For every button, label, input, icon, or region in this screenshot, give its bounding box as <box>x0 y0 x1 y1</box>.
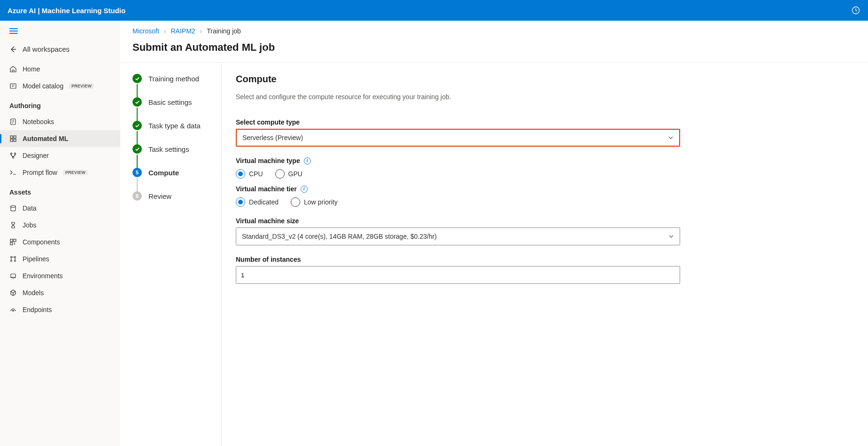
breadcrumb-current: Training job <box>207 27 241 35</box>
designer-icon <box>9 152 17 159</box>
svg-point-14 <box>11 257 12 258</box>
svg-rect-1 <box>10 84 16 88</box>
sidebar-item-environments[interactable]: Environments <box>0 267 120 284</box>
field-label: Select compute type <box>236 118 680 126</box>
step-number-icon: 5 <box>132 168 142 177</box>
step-number-icon: 6 <box>132 191 142 201</box>
sidebar-item-pipelines[interactable]: Pipelines <box>0 250 120 267</box>
sidebar-item-label: Designer <box>23 152 49 159</box>
sidebar-item-models[interactable]: Models <box>0 284 120 301</box>
radio-label: GPU <box>288 170 302 178</box>
catalog-icon <box>9 82 17 90</box>
sidebar-item-label: Model catalog <box>23 82 63 90</box>
sidebar-item-prompt-flow[interactable]: Prompt flow PREVIEW <box>0 164 120 181</box>
field-label: Number of instances <box>236 256 680 263</box>
clock-icon[interactable] <box>851 6 860 15</box>
breadcrumb-link-microsoft[interactable]: Microsoft <box>132 27 159 35</box>
field-vm-size: Virtual machine size Standard_DS3_v2 (4 … <box>236 217 680 245</box>
chevron-right-icon: › <box>164 27 166 35</box>
wizard-step-review[interactable]: 6 Review <box>132 191 216 201</box>
radio-cpu[interactable]: CPU <box>236 169 263 179</box>
sidebar: All workspaces Home Model catalog PREVIE… <box>0 21 120 446</box>
sidebar-item-components[interactable]: Components <box>0 234 120 250</box>
wizard-step-basic-settings[interactable]: Basic settings <box>132 97 216 121</box>
wizard-step-training-method[interactable]: Training method <box>132 74 216 97</box>
radio-dedicated[interactable]: Dedicated <box>236 197 279 207</box>
svg-point-8 <box>14 153 16 154</box>
radio-low-priority[interactable]: Low priority <box>291 197 338 207</box>
models-icon <box>9 289 17 297</box>
sidebar-item-jobs[interactable]: Jobs <box>0 217 120 234</box>
radio-icon <box>291 197 300 207</box>
compute-type-select[interactable]: Serverless (Preview) <box>236 129 680 147</box>
notebook-icon <box>9 118 17 125</box>
components-icon <box>9 238 17 246</box>
select-value: Serverless (Preview) <box>242 134 303 141</box>
prompt-icon <box>9 169 17 176</box>
wizard-step-label: Task type & data <box>148 122 201 130</box>
field-label: Virtual machine type i <box>236 157 680 164</box>
radio-icon <box>275 169 285 179</box>
arrow-left-icon <box>9 46 17 53</box>
wizard-step-label: Task settings <box>148 145 189 153</box>
svg-point-17 <box>15 260 16 262</box>
environments-icon <box>9 272 17 280</box>
topbar-title: Azure AI | Machine Learning Studio <box>8 7 125 15</box>
wizard-step-task-type-data[interactable]: Task type & data <box>132 121 216 144</box>
sidebar-item-label: Components <box>23 238 60 246</box>
vm-size-select[interactable]: Standard_DS3_v2 (4 core(s), 14GB RAM, 28… <box>236 227 680 245</box>
svg-point-10 <box>11 205 16 207</box>
endpoints-icon <box>9 306 17 313</box>
sidebar-item-data[interactable]: Data <box>0 200 120 217</box>
sidebar-item-label: Home <box>23 65 40 73</box>
radio-label: Dedicated <box>249 198 279 206</box>
svg-point-9 <box>12 156 14 158</box>
sidebar-item-label: Pipelines <box>23 255 49 263</box>
svg-rect-5 <box>10 139 13 141</box>
svg-point-7 <box>10 153 12 154</box>
sidebar-item-model-catalog[interactable]: Model catalog PREVIEW <box>0 78 120 94</box>
info-icon[interactable]: i <box>304 157 311 164</box>
page-title: Submit an Automated ML job <box>120 41 868 62</box>
sidebar-item-endpoints[interactable]: Endpoints <box>0 301 120 318</box>
check-icon <box>132 144 142 154</box>
wizard-step-label: Basic settings <box>148 98 192 106</box>
sidebar-item-notebooks[interactable]: Notebooks <box>0 113 120 130</box>
info-icon[interactable]: i <box>301 186 308 193</box>
sidebar-item-automated-ml[interactable]: Automated ML <box>0 130 120 147</box>
sidebar-section-assets: Assets <box>0 181 120 200</box>
svg-rect-11 <box>10 239 13 242</box>
sidebar-item-label: Endpoints <box>23 306 52 313</box>
wizard-step-compute[interactable]: 5 Compute <box>132 168 216 191</box>
instances-input[interactable] <box>236 266 680 284</box>
preview-badge: PREVIEW <box>69 83 94 89</box>
sidebar-item-label: Data <box>23 204 37 212</box>
svg-rect-6 <box>14 139 16 141</box>
wizard-step-label: Training method <box>148 75 199 83</box>
sidebar-item-label: Jobs <box>23 221 37 229</box>
svg-point-15 <box>15 257 16 258</box>
check-icon <box>132 121 142 130</box>
field-instances: Number of instances <box>236 256 680 284</box>
sidebar-item-label: Automated ML <box>23 135 68 142</box>
pipelines-icon <box>9 255 17 263</box>
sidebar-item-home[interactable]: Home <box>0 61 120 78</box>
radio-gpu[interactable]: GPU <box>275 169 302 179</box>
back-all-workspaces[interactable]: All workspaces <box>0 40 120 61</box>
chevron-down-icon <box>668 234 674 239</box>
form-title: Compute <box>236 74 849 85</box>
hamburger-button[interactable] <box>0 28 120 40</box>
form-description: Select and configure the compute resourc… <box>236 93 849 101</box>
topbar-actions <box>851 6 860 15</box>
select-value: Standard_DS3_v2 (4 core(s), 14GB RAM, 28… <box>242 233 437 240</box>
field-label: Virtual machine tier i <box>236 185 680 193</box>
form-area: Compute Select and configure the compute… <box>222 63 868 446</box>
radio-label: Low priority <box>304 198 338 206</box>
field-label: Virtual machine size <box>236 217 680 225</box>
breadcrumb-link-workspace[interactable]: RAIPM2 <box>170 27 195 35</box>
svg-point-16 <box>11 260 12 262</box>
radio-icon <box>236 197 245 207</box>
sidebar-item-designer[interactable]: Designer <box>0 147 120 164</box>
wizard-step-task-settings[interactable]: Task settings <box>132 144 216 168</box>
check-icon <box>132 74 142 83</box>
